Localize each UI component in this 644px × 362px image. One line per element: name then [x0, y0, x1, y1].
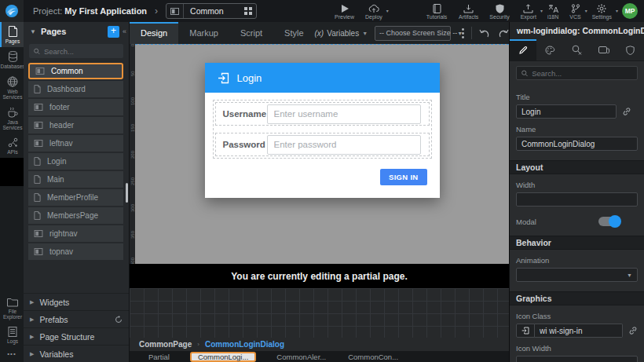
tab-security[interactable] — [617, 39, 644, 60]
width-input[interactable] — [516, 192, 638, 207]
rail-item-pages[interactable]: Pages — [0, 22, 24, 47]
kebab-menu-icon[interactable] — [457, 28, 469, 38]
dialog-header[interactable]: Login — [205, 63, 440, 93]
sign-in-button[interactable]: SIGN IN — [380, 169, 426, 185]
page-item-rightnav[interactable]: rightnav — [28, 225, 123, 242]
rail-item-file-explorer[interactable]: File Explorer — [0, 294, 24, 323]
page-item-footer[interactable]: footer — [28, 99, 123, 115]
divider — [471, 27, 472, 39]
name-input[interactable] — [516, 137, 638, 151]
title-input[interactable] — [516, 104, 617, 119]
vcs-button[interactable]: ▾ VCS — [564, 2, 586, 20]
page-item-login[interactable]: Login — [28, 153, 123, 170]
tab-styles[interactable] — [536, 39, 563, 60]
page-item-common[interactable]: Common — [28, 63, 123, 79]
rail-item-logs[interactable]: Logs — [0, 323, 24, 347]
username-label: Username — [223, 109, 267, 119]
properties-panel-title: wm-logindialog: CommonLoginDialog — [510, 22, 644, 39]
breadcrumb-commonpage[interactable]: CommonPage — [139, 340, 192, 349]
icon-class-input[interactable] — [535, 324, 623, 338]
settings-button[interactable]: ▾ Settings — [587, 2, 617, 20]
bind-link-icon[interactable] — [622, 107, 631, 116]
gear-icon — [597, 4, 606, 13]
section-page-structure[interactable]: ▶ Page Structure — [24, 327, 129, 345]
page-item-memberspage[interactable]: MembersPage — [28, 207, 123, 224]
tab-commonconfirmdialog[interactable]: CommonCon... — [337, 351, 409, 362]
tab-events[interactable] — [563, 39, 590, 60]
deploy-button[interactable]: ▾ Deploy — [360, 2, 388, 20]
pages-panel-title: Pages — [41, 27, 66, 36]
refresh-icon[interactable] — [115, 316, 123, 324]
icon-preview-box[interactable] — [516, 324, 535, 338]
search-icon — [521, 70, 528, 77]
user-avatar[interactable]: MP — [622, 3, 638, 19]
tutorials-button[interactable]: Tutorials — [421, 2, 453, 20]
chevron-down-icon: ▾ — [386, 8, 389, 13]
tab-commonlogindialog[interactable]: CommonLogi... — [190, 352, 256, 362]
page-item-main[interactable]: Main — [28, 171, 123, 188]
widget-breadcrumb: CommonPage › CommonLoginDialog — [130, 338, 509, 351]
add-page-button[interactable]: + — [108, 26, 119, 38]
tab-design[interactable]: Design — [130, 22, 178, 44]
modal-toggle[interactable] — [598, 217, 620, 226]
tab-markup[interactable]: Markup — [178, 22, 229, 44]
form-widget-group[interactable]: Username Password — [213, 100, 432, 159]
rail-item-java-services[interactable]: Java Services — [0, 103, 24, 133]
username-input[interactable] — [267, 104, 421, 124]
i18n-button[interactable]: i18N — [542, 2, 564, 20]
breadcrumb-commonlogindialog[interactable]: CommonLoginDialog — [205, 340, 284, 349]
password-input[interactable] — [267, 135, 421, 155]
tab-script[interactable]: Script — [229, 22, 273, 44]
security-button[interactable]: Security — [484, 2, 514, 20]
animation-select[interactable]: ▼ — [516, 268, 638, 282]
partial-icon — [35, 68, 45, 75]
tab-devices[interactable] — [591, 39, 617, 60]
grid-icon[interactable] — [240, 7, 256, 15]
tab-properties[interactable] — [510, 39, 536, 60]
preview-button[interactable]: Preview — [329, 2, 360, 20]
app-window: Project: My First Application › Common P… — [0, 0, 644, 362]
login-dialog[interactable]: Login Username Password — [205, 63, 440, 198]
collapse-panel-icon[interactable]: « — [123, 27, 126, 35]
password-field-widget[interactable]: Password — [215, 133, 430, 156]
more-options-icon[interactable]: ••• — [0, 347, 24, 362]
shield-icon — [496, 4, 504, 13]
app-logo[interactable] — [0, 0, 24, 22]
username-field-widget[interactable]: Username — [215, 102, 430, 126]
icon-width-input[interactable] — [516, 356, 638, 362]
page-item-topnav[interactable]: topnav — [28, 243, 123, 260]
canvas-grid — [130, 288, 509, 338]
partial-icon — [34, 248, 43, 255]
pencil-icon — [518, 46, 528, 55]
section-prefabs[interactable]: ▶ Prefabs — [24, 310, 129, 327]
properties-search[interactable] — [516, 66, 638, 80]
rail-item-databases[interactable]: Databases — [0, 47, 24, 72]
pages-search-input[interactable] — [44, 47, 119, 56]
scrollbar[interactable] — [126, 183, 128, 203]
page-item-dashboard[interactable]: Dashboard — [28, 81, 123, 97]
bind-link-icon[interactable] — [628, 326, 638, 335]
rail-item-apis[interactable]: APIs — [0, 133, 24, 158]
caret-right-icon: ▶ — [30, 334, 34, 340]
tab-commonalertdialog[interactable]: CommonAler... — [265, 351, 337, 362]
variables-dropdown[interactable]: (x) Variables ▼ — [315, 29, 368, 38]
section-variables[interactable]: ▶ Variables — [24, 345, 129, 362]
page-item-memberprofile[interactable]: MemberProfile — [28, 189, 123, 206]
undo-icon[interactable] — [474, 29, 494, 38]
rail-item-web-services[interactable]: Web Services — [0, 72, 24, 103]
tab-partial[interactable]: Partial — [137, 351, 181, 362]
export-button[interactable]: ▾ Export — [515, 2, 542, 20]
page-item-leftnav[interactable]: leftnav — [28, 135, 123, 152]
properties-search-input[interactable] — [532, 69, 632, 78]
artifacts-button[interactable]: Artifacts — [453, 2, 484, 20]
pages-search[interactable] — [29, 44, 123, 58]
tab-style[interactable]: Style — [273, 22, 314, 44]
screen-size-select[interactable]: -- Choose Screen Size -- ▼ — [375, 26, 451, 41]
page-selector-dropdown[interactable]: Common — [166, 3, 257, 19]
page-item-header[interactable]: header — [28, 117, 123, 133]
partial-icon — [34, 104, 43, 111]
activity-rail: Pages Databases Web Services Java Servic… — [0, 22, 24, 362]
caret-down-icon[interactable]: ▼ — [30, 28, 36, 35]
sign-in-icon — [521, 327, 529, 335]
section-widgets[interactable]: ▶ Widgets — [24, 293, 129, 310]
